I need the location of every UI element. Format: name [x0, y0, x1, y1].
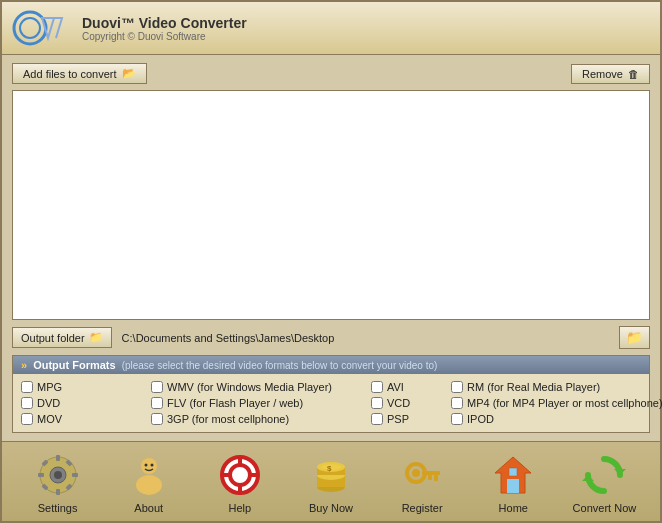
help-label: Help — [229, 502, 252, 514]
checkbox-mpg[interactable] — [21, 381, 33, 393]
svg-point-27 — [412, 469, 420, 477]
register-button[interactable]: Register — [387, 452, 457, 514]
file-list-area[interactable] — [12, 90, 650, 320]
format-wmv: WMV (for Windows Media Player) — [151, 380, 371, 394]
convert-now-label: Convert Now — [573, 502, 637, 514]
register-label: Register — [402, 502, 443, 514]
settings-label: Settings — [38, 502, 78, 514]
svg-point-14 — [136, 475, 162, 495]
main-content: Add files to convert 📂 Remove 🗑 Output f… — [2, 55, 660, 441]
svg-text:$: $ — [327, 464, 332, 473]
output-folder-button[interactable]: Output folder 📁 — [12, 327, 112, 348]
checkbox-dvd[interactable] — [21, 397, 33, 409]
format-dvd: DVD — [21, 396, 151, 410]
svg-marker-35 — [582, 475, 594, 481]
format-mp4: MP4 (for MP4 Player or most cellphone) — [451, 396, 662, 410]
label-avi: AVI — [387, 381, 404, 393]
formats-arrow: » — [21, 359, 27, 371]
copyright: Copyright © Duovi Software — [82, 31, 247, 42]
remove-icon: 🗑 — [628, 68, 639, 80]
svg-rect-6 — [56, 489, 60, 495]
label-vcd: VCD — [387, 397, 410, 409]
format-flv: FLV (for Flash Player / web) — [151, 396, 371, 410]
checkbox-rm[interactable] — [451, 381, 463, 393]
home-icon — [490, 452, 536, 498]
remove-label: Remove — [582, 68, 623, 80]
svg-rect-8 — [72, 473, 78, 477]
add-files-button[interactable]: Add files to convert 📂 — [12, 63, 147, 84]
checkbox-3gp[interactable] — [151, 413, 163, 425]
title-info: Duovi™ Video Converter Copyright © Duovi… — [82, 15, 247, 42]
checkbox-psp[interactable] — [371, 413, 383, 425]
svg-rect-32 — [507, 479, 519, 493]
svg-point-16 — [150, 463, 153, 466]
formats-section: » Output Formats (please select the desi… — [12, 355, 650, 433]
svg-point-4 — [54, 471, 62, 479]
svg-point-13 — [141, 458, 157, 474]
home-label: Home — [499, 502, 528, 514]
remove-button[interactable]: Remove 🗑 — [571, 64, 650, 84]
bottom-bar: Settings About — [2, 441, 660, 521]
formats-header: » Output Formats (please select the desi… — [13, 356, 649, 374]
svg-rect-29 — [434, 475, 438, 481]
svg-point-18 — [230, 465, 250, 485]
format-rm: RM (for Real Media Player) — [451, 380, 662, 394]
output-folder-label: Output folder — [21, 332, 85, 344]
checkbox-flv[interactable] — [151, 397, 163, 409]
label-flv: FLV (for Flash Player / web) — [167, 397, 303, 409]
folder-icon: 📁 — [89, 331, 103, 344]
add-files-label: Add files to convert — [23, 68, 117, 80]
checkbox-wmv[interactable] — [151, 381, 163, 393]
main-window: Duovi™ Video Converter Copyright © Duovi… — [0, 0, 662, 523]
format-mov: MOV — [21, 412, 151, 426]
top-bar: Add files to convert 📂 Remove 🗑 — [12, 63, 650, 84]
formats-subtitle: (please select the desired video formats… — [122, 360, 438, 371]
checkbox-mov[interactable] — [21, 413, 33, 425]
checkbox-ipod[interactable] — [451, 413, 463, 425]
checkbox-avi[interactable] — [371, 381, 383, 393]
svg-rect-28 — [422, 471, 440, 475]
svg-rect-33 — [509, 468, 517, 476]
register-icon — [399, 452, 445, 498]
svg-point-15 — [144, 463, 147, 466]
home-button[interactable]: Home — [478, 452, 548, 514]
format-mpg: MPG — [21, 380, 151, 394]
convert-now-button[interactable]: Convert Now — [569, 452, 639, 514]
about-button[interactable]: About — [114, 452, 184, 514]
settings-icon — [35, 452, 81, 498]
format-avi: AVI — [371, 380, 451, 394]
label-3gp: 3GP (for most cellphone) — [167, 413, 289, 425]
label-dvd: DVD — [37, 397, 60, 409]
svg-marker-34 — [614, 469, 626, 475]
label-mpg: MPG — [37, 381, 62, 393]
formats-title: Output Formats — [33, 359, 116, 371]
about-label: About — [134, 502, 163, 514]
browse-button[interactable]: 📁 — [619, 326, 650, 349]
label-wmv: WMV (for Windows Media Player) — [167, 381, 332, 393]
svg-rect-5 — [56, 455, 60, 461]
help-icon — [217, 452, 263, 498]
label-rm: RM (for Real Media Player) — [467, 381, 600, 393]
buy-now-label: Buy Now — [309, 502, 353, 514]
settings-button[interactable]: Settings — [23, 452, 93, 514]
svg-point-1 — [20, 18, 40, 38]
formats-grid: MPG WMV (for Windows Media Player) AVI R… — [13, 374, 649, 432]
buy-now-button[interactable]: $ Buy Now — [296, 452, 366, 514]
svg-point-0 — [14, 12, 46, 44]
output-row: Output folder 📁 C:\Documents and Setting… — [12, 326, 650, 349]
label-ipod: IPOD — [467, 413, 494, 425]
buy-now-icon: $ — [308, 452, 354, 498]
checkbox-vcd[interactable] — [371, 397, 383, 409]
checkbox-mp4[interactable] — [451, 397, 463, 409]
help-button[interactable]: Help — [205, 452, 275, 514]
format-psp: PSP — [371, 412, 451, 426]
logo — [12, 8, 72, 48]
svg-rect-7 — [38, 473, 44, 477]
svg-rect-30 — [428, 475, 432, 480]
label-mp4: MP4 (for MP4 Player or most cellphone) — [467, 397, 662, 409]
about-icon — [126, 452, 172, 498]
app-title: Duovi™ Video Converter — [82, 15, 247, 31]
format-vcd: VCD — [371, 396, 451, 410]
folder-open-icon: 📂 — [122, 67, 136, 80]
format-3gp: 3GP (for most cellphone) — [151, 412, 371, 426]
